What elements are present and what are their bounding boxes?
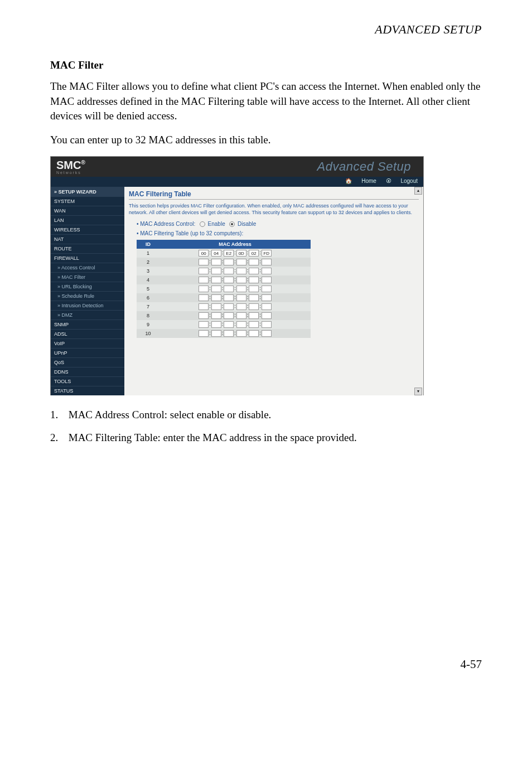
mac-octet-input[interactable] xyxy=(249,303,259,310)
mac-octet-input[interactable] xyxy=(224,268,234,274)
sidebar-lan[interactable]: LAN xyxy=(51,215,124,225)
sidebar-system[interactable]: SYSTEM xyxy=(51,196,124,206)
sidebar-ddns[interactable]: DDNS xyxy=(51,367,124,376)
colon-separator: : xyxy=(234,312,236,318)
page-header: ADVANCED SETUP xyxy=(50,22,482,37)
mac-octet-input[interactable]: 02 xyxy=(249,250,259,257)
mac-octet-input[interactable] xyxy=(224,294,234,301)
sidebar-status[interactable]: STATUS xyxy=(51,386,124,395)
mac-octet-input[interactable] xyxy=(199,294,209,301)
mac-octet-input[interactable] xyxy=(211,303,221,310)
sidebar-access-control[interactable]: » Access Control xyxy=(51,263,124,272)
mac-octet-input[interactable] xyxy=(236,277,246,283)
colon-separator: : xyxy=(259,259,261,264)
sidebar-route[interactable]: ROUTE xyxy=(51,244,124,253)
sidebar-firewall[interactable]: FIREWALL xyxy=(51,253,124,263)
sidebar-adsl[interactable]: ADSL xyxy=(51,329,124,338)
mac-octet-input[interactable] xyxy=(249,321,259,328)
radio-enable[interactable] xyxy=(200,221,205,227)
mac-octet-input[interactable] xyxy=(262,277,272,283)
mac-octet-input[interactable] xyxy=(249,286,259,292)
mac-octet-input[interactable] xyxy=(211,277,221,283)
logout-link[interactable]: ⦿ Logout xyxy=(386,178,418,184)
mac-octet-input[interactable] xyxy=(262,259,272,265)
mac-octet-input[interactable] xyxy=(224,277,234,283)
sidebar-upnp[interactable]: UPnP xyxy=(51,348,124,357)
mac-octet-input[interactable] xyxy=(249,259,259,265)
colon-separator: : xyxy=(222,250,224,255)
sidebar-dmz[interactable]: » DMZ xyxy=(51,310,124,320)
mac-octet-input[interactable]: 0D xyxy=(236,250,246,257)
sidebar-setup-wizard[interactable]: » SETUP WIZARD xyxy=(51,187,124,196)
brand-text: SMC xyxy=(56,159,81,171)
mac-octet-input[interactable] xyxy=(211,294,221,301)
mac-octet-input[interactable] xyxy=(224,303,234,310)
mac-octet-input[interactable]: E2 xyxy=(224,250,234,257)
mac-address-control-setting: • MAC Address Control: Enable Disable xyxy=(137,221,419,227)
mac-octet-input[interactable] xyxy=(199,303,209,310)
mac-octet-input[interactable] xyxy=(236,321,246,328)
mac-octet-input[interactable] xyxy=(262,303,272,310)
sidebar-url-blocking[interactable]: » URL Blocking xyxy=(51,282,124,291)
mac-octet-input[interactable]: 00 xyxy=(199,250,209,257)
home-link[interactable]: 🏠 Home xyxy=(345,178,376,184)
mac-octet-input[interactable] xyxy=(211,321,221,328)
mac-octet-input[interactable] xyxy=(211,330,221,337)
sidebar-wireless[interactable]: WIRELESS xyxy=(51,225,124,234)
mac-octet-input[interactable] xyxy=(199,286,209,292)
mac-octet-input[interactable] xyxy=(211,312,221,319)
mac-octet-input[interactable] xyxy=(199,259,209,265)
sidebar-intrusion[interactable]: » Intrusion Detection xyxy=(51,301,124,310)
mac-octet-input[interactable] xyxy=(249,294,259,301)
colon-separator: : xyxy=(234,294,236,300)
mac-octet-input[interactable] xyxy=(262,321,272,328)
scroll-up-button[interactable]: ▴ xyxy=(414,187,422,195)
mac-octet-input[interactable] xyxy=(262,286,272,292)
mac-octet-input[interactable]: FD xyxy=(262,250,272,257)
scroll-down-button[interactable]: ▾ xyxy=(414,388,422,395)
mac-octet-input[interactable] xyxy=(211,286,221,292)
sidebar-qos[interactable]: QoS xyxy=(51,357,124,367)
mac-octet-input[interactable] xyxy=(224,286,234,292)
radio-disable[interactable] xyxy=(229,221,235,227)
mac-octet-input[interactable] xyxy=(249,330,259,337)
sidebar-nat[interactable]: NAT xyxy=(51,234,124,244)
mac-octet-input[interactable] xyxy=(224,321,234,328)
mac-octet-input[interactable] xyxy=(236,312,246,319)
mac-octet-input[interactable] xyxy=(236,259,246,265)
mac-octet-input[interactable] xyxy=(224,330,234,337)
mac-octet-input[interactable] xyxy=(211,259,221,265)
mac-octet-input[interactable] xyxy=(262,294,272,301)
mac-octet-input[interactable] xyxy=(262,330,272,337)
mac-octet-input[interactable] xyxy=(224,312,234,319)
sidebar-schedule-rule[interactable]: » Schedule Rule xyxy=(51,291,124,301)
mac-octet-input[interactable] xyxy=(236,286,246,292)
mac-octet-input[interactable] xyxy=(236,330,246,337)
colon-separator: : xyxy=(247,330,249,336)
mac-octet-input[interactable] xyxy=(199,268,209,274)
mac-octet-input[interactable] xyxy=(224,259,234,265)
mac-octet-input[interactable] xyxy=(249,268,259,274)
mac-octet-input[interactable] xyxy=(199,277,209,283)
mac-octet-input[interactable] xyxy=(262,312,272,319)
colon-separator: : xyxy=(259,294,261,300)
sidebar-wan[interactable]: WAN xyxy=(51,206,124,215)
mac-octet-input[interactable] xyxy=(199,312,209,319)
mac-octet-input[interactable] xyxy=(236,294,246,301)
enable-label: Enable xyxy=(208,221,225,227)
table-row: 5::::: xyxy=(137,284,311,293)
mac-octet-input[interactable]: 04 xyxy=(211,250,221,257)
sidebar-mac-filter[interactable]: » MAC Filter xyxy=(51,272,124,282)
mac-octet-input[interactable] xyxy=(211,268,221,274)
sidebar-voip[interactable]: VoIP xyxy=(51,338,124,348)
brand-sub: N e t w o r k s xyxy=(56,171,317,175)
mac-octet-input[interactable] xyxy=(236,268,246,274)
mac-octet-input[interactable] xyxy=(249,277,259,283)
mac-octet-input[interactable] xyxy=(249,312,259,319)
sidebar-tools[interactable]: TOOLS xyxy=(51,376,124,386)
mac-octet-input[interactable] xyxy=(236,303,246,310)
sidebar-snmp[interactable]: SNMP xyxy=(51,320,124,329)
mac-octet-input[interactable] xyxy=(262,268,272,274)
mac-octet-input[interactable] xyxy=(199,321,209,328)
mac-octet-input[interactable] xyxy=(199,330,209,337)
